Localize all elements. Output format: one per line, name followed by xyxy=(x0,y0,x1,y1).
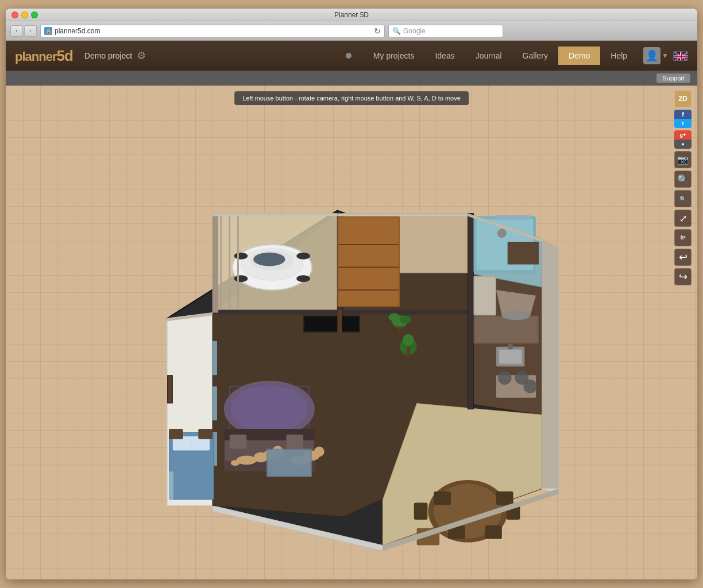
nav-buttons: ‹ › xyxy=(10,25,37,37)
svg-marker-21 xyxy=(468,214,474,409)
svg-point-44 xyxy=(388,313,400,321)
svg-rect-65 xyxy=(168,376,172,402)
logo-text-5d: 5d xyxy=(56,47,72,64)
browser-titlebar: Planner 5D xyxy=(6,9,697,21)
svg-rect-53 xyxy=(286,435,303,449)
svg-rect-102 xyxy=(198,429,213,439)
settings-icon[interactable]: ⚙ xyxy=(137,49,146,62)
svg-point-45 xyxy=(400,315,411,323)
main-3d-view[interactable]: Left mouse button - rotate camera, right… xyxy=(6,86,697,579)
svg-point-25 xyxy=(253,253,285,266)
nav-my-projects[interactable]: My projects xyxy=(363,47,425,65)
view-2d-button[interactable]: 2D xyxy=(674,90,692,107)
nav-gallery[interactable]: Gallery xyxy=(512,47,558,65)
svg-point-47 xyxy=(231,385,308,433)
support-button[interactable]: Support xyxy=(656,74,690,83)
zoom-out-button[interactable]: 🔍- xyxy=(674,190,692,207)
google-share-button[interactable]: ● xyxy=(674,140,692,149)
svg-rect-63 xyxy=(268,450,311,476)
user-dropdown-arrow[interactable]: ▼ xyxy=(662,52,669,60)
reload-button[interactable]: ↻ xyxy=(374,26,381,36)
svg-point-27 xyxy=(296,275,310,282)
browser-window: Planner 5D ‹ › 🔒 planner5d.com ↻ 🔍 Googl… xyxy=(6,9,697,579)
browser-title: Planner 5D xyxy=(334,11,369,19)
minimize-button[interactable] xyxy=(21,11,28,18)
svg-rect-83 xyxy=(474,277,495,314)
right-toolbar: 2D f t g+ ● 📷 🔍 🔍- ⤢ xyxy=(673,86,693,579)
svg-rect-103 xyxy=(169,471,173,500)
user-avatar[interactable]: 👤 xyxy=(643,47,660,64)
svg-rect-72 xyxy=(496,215,530,220)
search-placeholder: Google xyxy=(403,27,426,35)
app-content: planner5d Demo project ⚙ My projects Ide… xyxy=(6,41,697,579)
svg-point-78 xyxy=(502,311,530,320)
svg-point-26 xyxy=(234,275,248,282)
svg-rect-73 xyxy=(508,242,539,265)
nav-demo[interactable]: Demo xyxy=(558,47,600,65)
svg-rect-93 xyxy=(485,525,502,539)
support-bar: Support xyxy=(6,71,697,86)
svg-marker-109 xyxy=(337,214,468,216)
svg-marker-111 xyxy=(542,239,559,489)
svg-rect-101 xyxy=(169,429,183,439)
social-buttons-2: g+ ● xyxy=(674,130,692,149)
camera-button[interactable]: 📷 xyxy=(674,151,692,168)
logo-area: planner5d xyxy=(15,47,73,65)
svg-rect-80 xyxy=(499,350,522,364)
zoom-in-button[interactable]: 🔍 xyxy=(674,171,692,188)
maximize-button[interactable] xyxy=(31,11,38,18)
project-name: Demo project xyxy=(84,51,132,60)
search-icon: 🔍 xyxy=(392,27,401,35)
search-bar[interactable]: 🔍 Google xyxy=(388,25,503,37)
language-flag[interactable] xyxy=(673,51,688,61)
redo-button[interactable]: ↪ xyxy=(674,268,692,285)
twitter-button[interactable]: t xyxy=(674,119,692,128)
svg-point-106 xyxy=(403,334,414,346)
house-svg xyxy=(40,103,669,568)
nav-ideas[interactable]: Ideas xyxy=(424,47,465,65)
status-dot xyxy=(346,53,352,59)
svg-point-29 xyxy=(296,253,310,260)
svg-rect-8 xyxy=(674,56,688,57)
forward-button[interactable]: › xyxy=(24,25,37,37)
units-button[interactable]: ft² xyxy=(674,229,692,246)
address-text: planner5d.com xyxy=(55,27,372,35)
nav-journal[interactable]: Journal xyxy=(465,47,512,65)
svg-rect-52 xyxy=(230,435,247,449)
nav-help[interactable]: Help xyxy=(600,47,638,65)
svg-rect-107 xyxy=(407,347,410,358)
logo-text: planner5d xyxy=(15,47,73,65)
back-button[interactable]: ‹ xyxy=(10,25,23,37)
secure-icon: 🔒 xyxy=(44,27,52,35)
browser-toolbar: ‹ › 🔒 planner5d.com ↻ 🔍 Google xyxy=(6,21,697,41)
traffic-lights xyxy=(11,11,38,18)
address-bar[interactable]: 🔒 planner5d.com ↻ xyxy=(40,25,385,37)
svg-point-81 xyxy=(508,344,513,350)
svg-rect-35 xyxy=(213,214,218,313)
tooltip-text: Left mouse button - rotate camera, right… xyxy=(242,95,461,102)
svg-rect-67 xyxy=(213,386,217,420)
undo-button[interactable]: ↩ xyxy=(674,249,692,266)
svg-point-28 xyxy=(234,253,248,260)
svg-rect-40 xyxy=(304,316,359,331)
svg-point-71 xyxy=(497,229,507,238)
svg-rect-31 xyxy=(338,218,399,306)
svg-rect-104 xyxy=(337,310,342,333)
svg-rect-90 xyxy=(434,492,451,505)
svg-point-58 xyxy=(231,460,240,466)
nav-items: My projects Ideas Journal Gallery Demo H… xyxy=(363,47,638,65)
svg-rect-94 xyxy=(414,502,428,520)
svg-point-87 xyxy=(523,380,537,393)
svg-rect-76 xyxy=(474,316,538,342)
fullscreen-button[interactable]: ⤢ xyxy=(674,210,692,227)
google-plus-button[interactable]: g+ xyxy=(674,130,692,140)
close-button[interactable] xyxy=(11,11,18,18)
facebook-button[interactable]: f xyxy=(674,110,692,119)
app-header: planner5d Demo project ⚙ My projects Ide… xyxy=(6,41,697,71)
svg-rect-66 xyxy=(213,341,217,375)
svg-point-61 xyxy=(314,447,325,457)
svg-marker-108 xyxy=(213,214,337,216)
logo-text-planner: planner xyxy=(15,49,56,64)
camera-tooltip: Left mouse button - rotate camera, right… xyxy=(234,91,469,105)
svg-point-85 xyxy=(498,371,512,385)
